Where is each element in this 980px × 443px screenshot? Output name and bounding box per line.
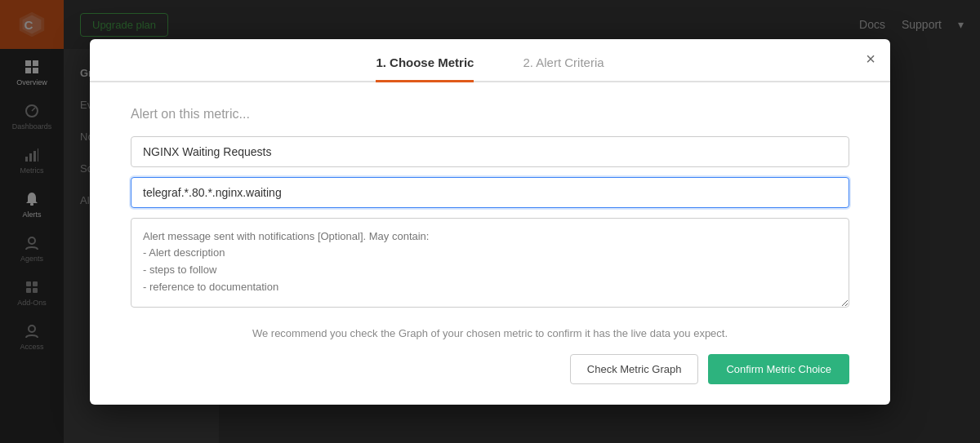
- modal-subtitle: Alert on this metric...: [131, 107, 849, 122]
- modal-body: Alert on this metric... We recommend you…: [90, 82, 890, 405]
- tab-alert-criteria[interactable]: 2. Alert Criteria: [523, 55, 604, 81]
- tab-choose-metric[interactable]: 1. Choose Metric: [376, 55, 474, 81]
- recommend-text: We recommend you check the Graph of your…: [131, 327, 849, 339]
- confirm-metric-choice-button[interactable]: Confirm Metric Choice: [708, 354, 849, 384]
- modal-backdrop: × 1. Choose Metric 2. Alert Criteria Ale…: [0, 0, 980, 443]
- modal: × 1. Choose Metric 2. Alert Criteria Ale…: [90, 39, 890, 405]
- metric-path-input[interactable]: [131, 177, 849, 208]
- modal-actions: Check Metric Graph Confirm Metric Choice: [131, 354, 849, 384]
- modal-tabs: 1. Choose Metric 2. Alert Criteria: [90, 39, 890, 82]
- metric-name-input[interactable]: [131, 136, 849, 167]
- check-metric-graph-button[interactable]: Check Metric Graph: [570, 354, 699, 384]
- alert-message-textarea[interactable]: [131, 218, 849, 308]
